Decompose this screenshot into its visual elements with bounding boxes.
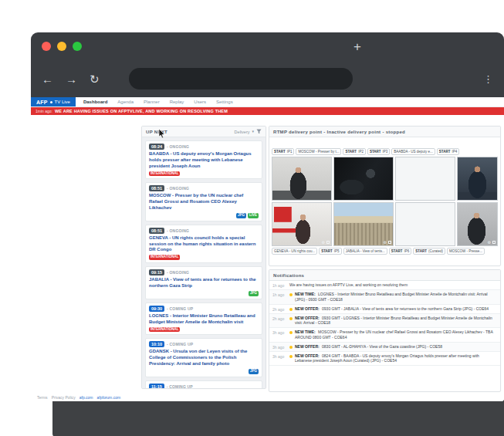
up-next-item-baabda[interactable]: 08:24 - ONGOING BAABDA - US deputy envoy… — [145, 140, 262, 179]
footer-link-afpforum[interactable]: afpforum.com — [97, 395, 121, 400]
start-curated-button[interactable]: START (Curated) — [413, 248, 445, 255]
new-tab-button[interactable]: + — [353, 40, 361, 53]
notification-prefix: NEW OFFER: — [295, 316, 320, 320]
title-label: MOSCOW - Presser by t... — [298, 150, 339, 154]
status-label: - ONGOING — [167, 228, 189, 233]
start-label: START — [321, 249, 333, 253]
close-button[interactable] — [42, 42, 51, 51]
event-title: MOSCOW - Presser by the UN nuclear chef … — [149, 193, 259, 211]
browser-titlebar: + — [31, 32, 504, 60]
start-ip1-button[interactable]: START IP1 — [272, 148, 294, 155]
video-preview-geneva-council[interactable]: ⚙ — [272, 202, 332, 246]
video-preview-moscow-presser[interactable] — [272, 157, 332, 201]
tab-dashboard[interactable]: Dashboard — [83, 100, 107, 104]
notification-row[interactable]: 1h ago NEW TIME: LOGNES - Interior Minis… — [269, 290, 500, 305]
app-footer: Terms Privacy Policy afp.com afpforum.co… — [37, 395, 120, 400]
title-label: JABALIA - View of tents... — [346, 249, 385, 253]
start-ip5-button[interactable]: START IP5 — [319, 248, 341, 255]
format-tag: JPG — [236, 213, 246, 218]
up-next-item-moscow[interactable]: 08:51 - ONGOING MOSCOW - Presser by the … — [145, 182, 262, 221]
notification-row[interactable]: 1h ago We are having issues on AFPTV Liv… — [269, 281, 500, 290]
notification-body: 0930 GMT - JABALIA - View of tents area … — [322, 306, 489, 311]
category-tag: INTERNATIONAL — [149, 171, 180, 177]
player-fullscreen-icon[interactable] — [326, 241, 330, 244]
notification-row[interactable]: 2h ago NEW OFFER: 0930 GMT - LOGNES - In… — [269, 314, 500, 329]
event-title: JABALIA - View of tents area for returne… — [149, 277, 259, 289]
start-ip3-button[interactable]: START IP3 — [367, 148, 390, 155]
up-next-title: UP NEXT — [146, 130, 167, 134]
start-ip2-button[interactable]: START IP2 — [343, 148, 365, 155]
notification-text: NEW OFFER: 0830 GMT - AL-DHAHIYA - View … — [295, 344, 497, 350]
format-tag: JPG — [249, 369, 259, 374]
delivery-title-moscow: MOSCOW - Presser by t... — [296, 148, 341, 155]
back-icon[interactable]: ← — [42, 73, 53, 85]
up-next-item-jabalia[interactable]: 09:15 - ONGOING JABALIA - View of tents … — [145, 266, 262, 299]
title-label: BAABDA - US deputy e... — [394, 150, 433, 154]
status-label: - ONGOING — [167, 270, 189, 275]
video-preview-moscow-curated[interactable]: ⚙ — [457, 202, 498, 246]
notification-body: 0824 GMT - BAABDA - US deputy envoy's Mo… — [295, 353, 479, 363]
status-label: - ONGOING — [167, 186, 189, 191]
notification-dot-icon — [289, 293, 293, 296]
start-label: START — [345, 150, 357, 154]
start-label: START — [274, 150, 286, 154]
url-bar[interactable] — [129, 68, 353, 90]
video-preview-dark-scene[interactable] — [333, 157, 394, 201]
forward-icon[interactable]: → — [66, 73, 77, 85]
video-preview-baabda-presser[interactable] — [457, 157, 498, 201]
rtmp-top-labels: START IP1 MOSCOW - Presser by t... START… — [272, 148, 498, 155]
ip-label: IP1 — [287, 150, 293, 154]
time-badge: 08:51 — [149, 185, 164, 191]
tab-replay[interactable]: Replay — [170, 100, 184, 104]
start-ip6-button[interactable]: START IP6 — [389, 248, 411, 255]
tab-planner[interactable]: Planner — [144, 100, 160, 104]
alert-banner[interactable]: 1min ago: WE ARE HAVING ISSUES ON AFPTVL… — [31, 107, 504, 115]
player-fullscreen-icon[interactable] — [492, 241, 496, 244]
ip-label: IP3 — [383, 150, 388, 154]
rtmp-grid: START IP1 MOSCOW - Presser by t... START… — [269, 137, 500, 265]
player-settings-icon[interactable]: ⚙ — [488, 241, 491, 245]
player-settings-icon[interactable]: ⚙ — [384, 241, 387, 245]
player-fullscreen-icon[interactable] — [388, 241, 391, 244]
refresh-icon[interactable]: ↻ — [90, 73, 100, 85]
notification-row[interactable]: 3h ago NEW OFFER: 0830 GMT - AL-DHAHIYA … — [269, 343, 500, 352]
delivery-title-moscow-curated: MOSCOW - Presse... — [447, 248, 485, 255]
notification-row[interactable]: 2h ago NEW OFFER: 0930 GMT - JABALIA - V… — [269, 305, 500, 314]
up-next-item-twickenham[interactable]: 11:15 - COMING UP TWICKENHAM - Rugby/Six… — [145, 380, 262, 388]
status-label: - COMING UP — [167, 306, 193, 311]
video-preview-jabalia-aerial[interactable]: ⚙ — [333, 202, 394, 246]
up-next-item-lognes[interactable]: 09:30 - COMING UP LOGNES - Interior Mini… — [145, 302, 262, 336]
minimize-button[interactable] — [57, 42, 66, 51]
rtmp-panel: RTMP delivery point - Inactive delivery … — [269, 126, 501, 266]
time-badge: 11:15 — [149, 384, 164, 388]
tab-settings[interactable]: Settings — [216, 100, 233, 104]
footer-link-afp[interactable]: afp.com — [79, 395, 93, 400]
up-next-item-geneva[interactable]: 08:51 - ONGOING GENEVA - UN rights counc… — [145, 225, 262, 263]
up-next-item-gdansk[interactable]: 10:10 - COMING UP GDANSK - Ursula von de… — [145, 338, 262, 377]
delivery-title-jabalia: JABALIA - View of tents... — [343, 248, 387, 255]
footer-link-privacy[interactable]: Privacy Policy — [52, 395, 76, 400]
player-settings-icon[interactable]: ⚙ — [322, 241, 325, 245]
notification-row[interactable]: 3h ago NEW OFFER: 0824 GMT - BAABDA - US… — [269, 352, 500, 367]
notifications-list: 1h ago We are having issues on AFPTV Liv… — [269, 281, 500, 391]
browser-menu-icon[interactable]: ⋮ — [483, 74, 493, 84]
rtmp-header: RTMP delivery point - Inactive delivery … — [269, 127, 500, 137]
ip-label: IP6 — [404, 249, 410, 253]
start-label: START — [415, 249, 427, 253]
tab-agenda[interactable]: Agenda — [117, 100, 134, 104]
video-preview-empty-1[interactable] — [395, 157, 455, 201]
filter-funnel-icon[interactable] — [256, 129, 262, 134]
start-label: START — [439, 150, 451, 154]
ip-label: (Curated) — [428, 249, 443, 253]
notification-time: 1h ago — [272, 292, 289, 297]
maximize-button[interactable] — [73, 42, 82, 51]
tab-users[interactable]: Users — [194, 100, 206, 104]
afp-logo[interactable]: AFP TV Live — [31, 97, 76, 106]
start-ip4-button[interactable]: START IP4 — [437, 148, 459, 155]
notification-row[interactable]: 3h ago NEW TIME: MOSCOW - Presser by the… — [269, 328, 500, 343]
video-preview-empty-2[interactable] — [395, 202, 455, 246]
footer-link-terms[interactable]: Terms — [37, 395, 48, 400]
live-tag: LIVE — [248, 213, 259, 218]
delivery-filter[interactable]: Delivery ▾ — [235, 129, 262, 134]
notifications-panel: Notifications 1h ago We are having issue… — [269, 269, 501, 392]
